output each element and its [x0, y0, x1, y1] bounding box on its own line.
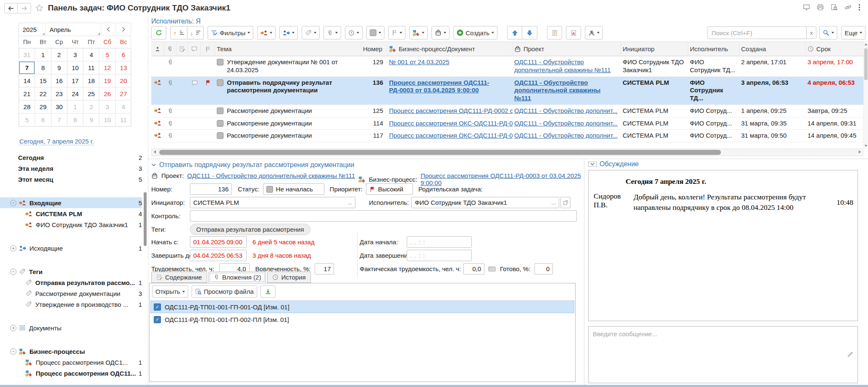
calendar-day[interactable]: 23 [51, 87, 67, 100]
report-button[interactable] [566, 26, 581, 39]
col-attachments[interactable] [164, 42, 176, 56]
calendar-day[interactable]: 20 [116, 74, 132, 87]
task-form-header[interactable]: Отправить подрядчику результат рассмотре… [159, 161, 355, 169]
journal-button[interactable] [547, 26, 562, 39]
message-input[interactable]: Введите сообщение... [588, 326, 858, 383]
calendar-day[interactable]: 1 [67, 100, 83, 113]
sidebar-scrollbar[interactable] [144, 155, 147, 382]
status-field[interactable]: Не началась [263, 183, 324, 195]
sidebar-item[interactable]: Рассмотрение документации3 [0, 288, 142, 299]
number-field[interactable]: 136 [190, 183, 232, 195]
calendar-day[interactable]: 5 [19, 113, 35, 126]
tag-chip[interactable]: Отправка результатов рассмотрения [190, 224, 310, 235]
initiator-field[interactable]: СИСТЕМА PLM... [190, 197, 355, 208]
sidebar-item[interactable]: +Исходящие1 [0, 243, 142, 254]
scrollbar-thumb[interactable] [144, 192, 147, 246]
calendar-day[interactable]: 27 [116, 87, 132, 100]
col-subject[interactable]: Тема [215, 42, 361, 56]
scrollbar-thumb[interactable] [159, 150, 721, 155]
calendar-day[interactable]: 29 [35, 100, 51, 113]
col-comments[interactable] [188, 42, 201, 56]
actual-end-field[interactable]: . . : : [407, 250, 472, 261]
bp-link[interactable]: Процесс рассмотрения ОДС111-РД-0003 от 0… [389, 79, 489, 94]
send-message-icon[interactable] [847, 351, 854, 358]
attachment-filter-button[interactable] [324, 26, 341, 39]
attachment-row[interactable]: ✓ОДС111-РД-ТП01-001-ГП-001-ОД [Изм. 01] [150, 301, 574, 313]
sort-asc-button[interactable]: ↑ [170, 26, 187, 39]
table-row[interactable]: Отправить подрядчику результат рассмотре… [151, 77, 863, 105]
col-number[interactable]: Номер [361, 42, 387, 56]
expander-plus-icon[interactable]: + [10, 245, 16, 251]
start-date-field[interactable]: 01.04.2025 09:00 [190, 236, 247, 248]
outgoing-filter-button[interactable] [279, 26, 298, 39]
bp-link[interactable]: Процесс рассмотрения ОДС111-РД-0002 от..… [389, 107, 513, 114]
sidebar-item[interactable]: СИСТЕМА PLM4 [0, 208, 142, 219]
checkbox-checked-icon[interactable]: ✓ [154, 316, 161, 323]
tab-вложения-2-[interactable]: Вложения (2) [208, 272, 266, 283]
today-link[interactable]: Сегодня, 7 апреля 2025 г. [19, 138, 94, 145]
create-button[interactable]: Создать [453, 26, 497, 39]
calendar-day[interactable]: 28 [19, 100, 35, 113]
calendar-day[interactable]: 10 [67, 61, 83, 74]
due-filter-button[interactable] [345, 26, 363, 39]
calendar-day[interactable]: 9 [51, 61, 67, 74]
project-link[interactable]: ОДС111 - Обустройство дополнительной скв… [187, 172, 355, 179]
view-file-button[interactable]: Просмотр файла [192, 285, 257, 298]
sidebar-item[interactable]: Отправка результатов рассмо...1 [0, 277, 142, 288]
priority-field[interactable]: Высокий [366, 183, 413, 195]
project-link[interactable]: ОДС111 - Обустройство дополнит... [514, 132, 618, 139]
calendar-day[interactable]: 9 [83, 113, 99, 126]
calendar-day[interactable]: 3 [67, 48, 83, 61]
project-link[interactable]: ОДС111 - Обустройство дополнительной скв… [514, 79, 600, 102]
calendar-day[interactable]: 7 [19, 61, 35, 74]
calendar-day[interactable]: 7 [51, 113, 67, 126]
col-executor-flag[interactable] [151, 42, 164, 56]
table-horizontal-scrollbar[interactable] [151, 149, 863, 156]
calendar-day[interactable]: 11 [116, 113, 132, 126]
choose-button[interactable]: ... [549, 199, 556, 206]
calendar-day[interactable]: 2 [83, 100, 99, 113]
ready-field[interactable]: 0 [534, 263, 553, 275]
finish-date-field[interactable]: 04.04.2025 06:53 [190, 250, 247, 261]
expander-minus-icon[interactable]: − [10, 348, 16, 355]
calendar-day[interactable]: 19 [99, 74, 115, 87]
calendar-day[interactable]: 16 [51, 74, 67, 87]
calendar-day[interactable]: 8 [67, 113, 83, 126]
download-attachment-button[interactable] [260, 285, 276, 298]
control-field[interactable] [190, 210, 577, 222]
project-link[interactable]: ОДС111 - Обустройство дополнительной скв… [514, 58, 611, 73]
calendar-day[interactable]: 4 [83, 48, 99, 61]
col-executor[interactable]: Исполнитель [688, 42, 739, 56]
calendar-day[interactable]: 18 [83, 74, 99, 87]
calendar-day[interactable]: 6 [116, 48, 132, 61]
favorite-star-icon[interactable] [35, 4, 43, 12]
calendar-year-select[interactable]: 2025 [19, 23, 46, 36]
calendar-day[interactable]: 5 [99, 48, 115, 61]
tab-содержание[interactable]: Содержание [151, 272, 207, 283]
attachment-row[interactable]: ✓ОДС111-РД-ТП01-001-ГП-002-ПЛ [Изм. 01] [150, 313, 574, 326]
calendar-day[interactable]: 26 [99, 87, 115, 100]
collapse-form-icon[interactable] [151, 163, 156, 167]
sidebar-item[interactable]: Утверждение в производство ...1 [0, 299, 142, 310]
actual-effort-field[interactable]: 0,0 [463, 263, 484, 275]
more-menu-icon[interactable] [858, 4, 860, 11]
search-clear-button[interactable]: x [806, 26, 816, 39]
project-filter-button[interactable] [431, 26, 450, 39]
calendar-day[interactable]: 3 [99, 100, 115, 113]
choose-button[interactable]: ... [345, 199, 352, 206]
table-row[interactable]: Рассмотрение документации114Процесс расс… [151, 118, 863, 130]
calendar-day[interactable]: 25 [83, 87, 99, 100]
refresh-button[interactable] [151, 26, 166, 39]
project-link[interactable]: ОДС111 - Обустройство дополнит... [514, 120, 618, 127]
table-row[interactable]: Рассмотрение документации125Процесс расс… [151, 105, 863, 118]
table-row[interactable]: Рассмотрение документации117Процесс расс… [151, 130, 863, 142]
col-bp[interactable]: Бизнес-процесс/Документ [387, 42, 513, 56]
col-due[interactable]: Срок [806, 42, 865, 56]
calendar-day[interactable]: 4 [116, 100, 132, 113]
sidebar-item[interactable]: +Документы [0, 322, 142, 333]
expander-minus-icon[interactable]: − [10, 200, 16, 206]
search-button[interactable] [819, 26, 837, 39]
expander-minus-icon[interactable]: − [10, 269, 16, 275]
calendar-prev-button[interactable] [101, 23, 116, 36]
calendar-day[interactable]: 24 [67, 87, 83, 100]
